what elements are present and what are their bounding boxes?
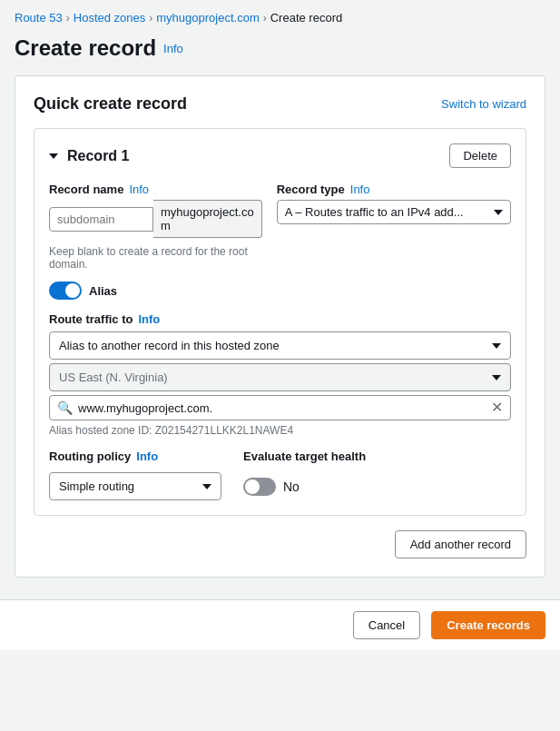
evaluate-health-label: Evaluate target health — [243, 449, 366, 463]
page-title-row: Create record Info — [0, 32, 560, 75]
search-box: 🔍 ✕ — [49, 395, 511, 420]
delete-button[interactable]: Delete — [449, 143, 511, 168]
alias-toggle-knob — [65, 283, 80, 298]
evaluate-health-group: Evaluate target health No — [243, 449, 366, 496]
routing-row: Routing policy Info Simple routing Evalu… — [49, 449, 511, 500]
search-icon: 🔍 — [57, 400, 73, 415]
search-input[interactable] — [78, 401, 486, 415]
create-records-button[interactable]: Create records — [431, 611, 545, 639]
quick-create-card: Quick create record Switch to wizard Rec… — [15, 75, 545, 578]
route-traffic-value: Alias to another record in this hosted z… — [59, 339, 280, 352]
record-type-group: Record type Info A – Routes traffic to a… — [277, 183, 511, 238]
routing-policy-group: Routing policy Info Simple routing — [49, 449, 221, 500]
record-name-type-row: Record name Info myhugoproject.com Recor… — [49, 183, 511, 238]
breadcrumb-route53[interactable]: Route 53 — [15, 11, 63, 25]
routing-policy-info-link[interactable]: Info — [136, 449, 158, 463]
switch-to-wizard-link[interactable]: Switch to wizard — [441, 97, 526, 111]
routing-policy-value: Simple routing — [59, 479, 134, 493]
record-name-label: Record name Info — [49, 183, 262, 196]
record-type-label: Record type Info — [277, 183, 511, 196]
record-name-group: Record name Info myhugoproject.com — [49, 183, 262, 238]
breadcrumb-sep-2: › — [149, 12, 152, 25]
route-traffic-select[interactable]: Alias to another record in this hosted z… — [49, 331, 511, 360]
record-title: Record 1 — [49, 148, 129, 164]
record-title-text: Record 1 — [67, 148, 129, 164]
record-name-row: myhugoproject.com — [49, 200, 262, 238]
alias-toggle[interactable] — [49, 282, 82, 300]
evaluate-health-toggle-knob — [245, 479, 260, 494]
record-type-value: A – Routes traffic to an IPv4 add... — [285, 205, 464, 219]
breadcrumb-current: Create record — [270, 11, 342, 25]
hosted-zone-id-text: Alias hosted zone ID: Z02154271LLKK2L1NA… — [49, 424, 511, 437]
main-content: Quick create record Switch to wizard Rec… — [0, 75, 560, 592]
record-type-info-link[interactable]: Info — [350, 183, 370, 196]
routing-policy-label: Routing policy Info — [49, 449, 221, 463]
card-header: Quick create record Switch to wizard — [34, 94, 526, 114]
record-section: Record 1 Delete Record name Info myhugop… — [34, 128, 526, 516]
domain-suffix: myhugoproject.com — [153, 200, 262, 238]
region-value: US East (N. Virginia) — [59, 370, 168, 384]
record-name-help-text: Keep blank to create a record for the ro… — [49, 245, 511, 271]
record-name-input[interactable] — [49, 207, 153, 232]
breadcrumb-sep-3: › — [263, 12, 267, 25]
routing-policy-arrow-icon — [202, 484, 211, 489]
region-select[interactable]: US East (N. Virginia) — [49, 363, 511, 391]
clear-icon[interactable]: ✕ — [491, 400, 503, 415]
page-title-info-link[interactable]: Info — [163, 42, 183, 55]
alias-row: Alias — [49, 282, 511, 300]
page-title: Create record — [15, 35, 156, 61]
route-traffic-arrow-icon — [492, 343, 501, 349]
add-record-row: Add another record — [34, 530, 526, 558]
footer: Cancel Create records — [0, 599, 560, 650]
route-traffic-info-link[interactable]: Info — [138, 312, 160, 326]
breadcrumb-domain[interactable]: myhugoproject.com — [156, 11, 259, 25]
record-type-arrow-icon — [494, 210, 503, 215]
region-arrow-icon — [492, 375, 501, 380]
chevron-down-icon — [49, 153, 58, 159]
breadcrumb-sep-1: › — [66, 12, 70, 25]
record-name-info-link[interactable]: Info — [129, 183, 149, 196]
card-title: Quick create record — [34, 94, 187, 114]
cancel-button[interactable]: Cancel — [353, 611, 420, 639]
record-type-select[interactable]: A – Routes traffic to an IPv4 add... — [277, 200, 511, 224]
breadcrumb: Route 53 › Hosted zones › myhugoproject.… — [0, 0, 560, 32]
routing-policy-select[interactable]: Simple routing — [49, 472, 221, 500]
evaluate-health-toggle[interactable] — [243, 478, 276, 496]
record-header: Record 1 Delete — [49, 143, 511, 168]
route-traffic-label: Route traffic to Info — [49, 312, 511, 326]
add-another-record-button[interactable]: Add another record — [395, 530, 526, 558]
breadcrumb-hosted-zones[interactable]: Hosted zones — [74, 11, 146, 25]
alias-label: Alias — [89, 284, 117, 298]
evaluate-health-value: No — [283, 479, 300, 494]
eval-toggle-row: No — [243, 478, 366, 496]
